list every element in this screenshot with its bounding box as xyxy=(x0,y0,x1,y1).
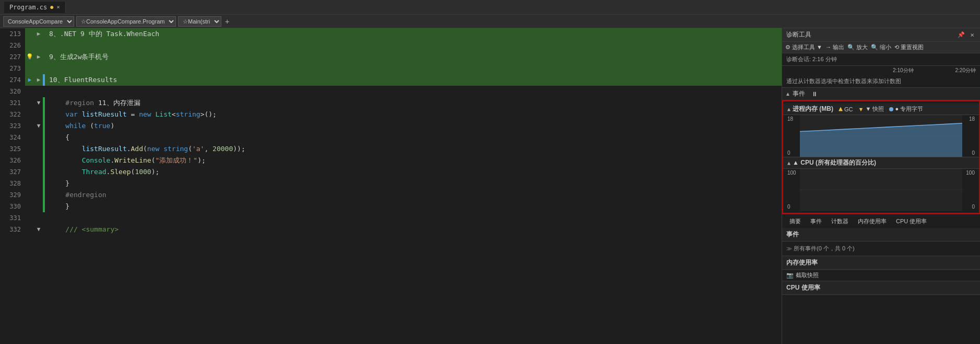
table-row: 226 xyxy=(0,40,782,51)
events-section-header[interactable]: ▲ 事件 ⏸ xyxy=(782,88,980,100)
collapse-arrow xyxy=(34,40,43,51)
collapse-arrow[interactable]: ▼ xyxy=(34,97,43,109)
tab-summary-label: 摘要 xyxy=(789,218,801,224)
code-text xyxy=(45,86,782,97)
memory-chart-container: ▲ 进程内存 (MB) GC ▼ ▼ 快照 ● 专用字节 xyxy=(782,100,980,214)
cpu-y-min-label: 0 xyxy=(787,204,800,210)
line-number: 326 xyxy=(0,155,25,166)
line-indicator xyxy=(25,212,34,224)
bottom-tabs: 摘要 事件 计数器 内存使用率 CPU 使用率 xyxy=(782,214,980,228)
cpu-y-axis-right: 100 0 xyxy=(962,169,975,211)
cpu-title: ▲ CPU (所有处理器的百分比) xyxy=(793,158,876,167)
table-row: 273 xyxy=(0,63,782,74)
line-number: 226 xyxy=(0,40,25,51)
tab-modified: ● xyxy=(50,4,53,10)
file-tab[interactable]: Program.cs ● × xyxy=(4,2,66,13)
code-text: 8、.NET 9 中的 Task.WhenEach xyxy=(45,28,782,40)
collapse-arrow[interactable]: ▶ xyxy=(34,74,43,86)
table-row: 332 ▼ /// <summary> xyxy=(0,224,782,235)
line-indicator xyxy=(25,132,34,143)
line-number: 322 xyxy=(0,109,25,120)
tab-counters-label: 计数器 xyxy=(831,218,848,224)
line-indicator: ▶ xyxy=(25,74,34,86)
code-text: while (true) xyxy=(45,120,782,132)
tab-memory-usage[interactable]: 内存使用率 xyxy=(854,216,891,228)
reset-view-button[interactable]: ⟲ 重置视图 xyxy=(894,43,924,51)
snapshot-label[interactable]: ▼ 快照 xyxy=(865,105,884,113)
memory-title: 进程内存 (MB) xyxy=(793,105,833,113)
line-indicator xyxy=(25,40,34,51)
collapse-arrow[interactable]: ▼ xyxy=(34,224,43,235)
output-button[interactable]: → 输出 xyxy=(825,43,844,51)
memory-usage-label: 内存使用率 xyxy=(786,258,818,267)
table-row: 321 ▼ #region 11、内存泄漏 xyxy=(0,97,782,109)
pause-button[interactable]: ⏸ xyxy=(811,90,818,98)
tab-cpu-usage-label: CPU 使用率 xyxy=(896,218,927,224)
settings-tool-button[interactable]: ⚙ 选择工具 ▼ xyxy=(785,43,822,51)
memory-legend: GC ▼ ▼ 快照 ● 专用字节 xyxy=(839,105,923,113)
main-area: 213 ▶ 8、.NET 9 中的 Task.WhenEach 226 227 … xyxy=(0,28,980,344)
snapshot-dropdown-icon: ▼ xyxy=(858,106,864,112)
memory-chart-area: 18 0 18 0 xyxy=(783,115,979,157)
hint-text: 通过从计数器选项中检查计数器来添加计数图 xyxy=(786,78,901,84)
line-indicator xyxy=(25,224,34,235)
code-text: #region 11、内存泄漏 xyxy=(45,97,782,109)
collapse-arrow[interactable]: ▶ xyxy=(34,28,43,40)
line-indicator xyxy=(25,178,34,189)
table-row: 323 ▼ while (true) xyxy=(0,120,782,132)
collapse-arrow xyxy=(34,63,43,74)
code-text xyxy=(45,63,782,74)
y-right-max-label: 18 xyxy=(962,116,975,122)
collapse-arrow xyxy=(34,189,43,201)
code-text: } xyxy=(45,178,782,189)
memory-section-header[interactable]: ▲ 进程内存 (MB) GC ▼ ▼ 快照 ● 专用字节 xyxy=(783,104,979,115)
code-editor[interactable]: 213 ▶ 8、.NET 9 中的 Task.WhenEach 226 227 … xyxy=(0,28,782,344)
cpu-section-header[interactable]: ▲ ▲ CPU (所有处理器的百分比) xyxy=(783,157,979,169)
diagnostics-toolbar: ⚙ 选择工具 ▼ → 输出 🔍 放大 🔍 缩小 ⟲ 重置视图 xyxy=(782,42,980,53)
y-right-min-label: 0 xyxy=(962,150,975,156)
svg-marker-2 xyxy=(800,123,962,157)
class-path-selector[interactable]: ☆ConsoleAppCompare.Program xyxy=(76,16,176,27)
tab-close-icon[interactable]: × xyxy=(56,4,60,10)
snapshot-btn-label[interactable]: 截取快照 xyxy=(796,271,819,279)
session-info: 诊断会话: 2:16 分钟 xyxy=(782,53,980,66)
take-snapshot-button[interactable]: 📷 截取快照 xyxy=(782,270,980,281)
line-number: 320 xyxy=(0,86,25,97)
table-row: 227 💡 ▶ 9、生成2w条手机号 xyxy=(0,51,782,63)
collapse-arrow xyxy=(34,178,43,189)
table-row: 320 xyxy=(0,86,782,97)
zoom-out-button[interactable]: 🔍 缩小 xyxy=(871,43,891,51)
pin-button[interactable]: 📌 xyxy=(956,31,966,39)
add-member-icon[interactable]: + xyxy=(223,17,231,26)
line-number: 273 xyxy=(0,63,25,74)
tab-cpu-usage[interactable]: CPU 使用率 xyxy=(892,216,931,228)
method-path-selector[interactable]: ☆Main(stri xyxy=(178,16,221,27)
snapshot-legend-item[interactable]: ▼ ▼ 快照 xyxy=(858,105,884,113)
cpu-chart-svg xyxy=(800,169,962,211)
event-count-text: ≫ 所有事件(0 个，共 0 个) xyxy=(786,244,976,254)
tab-summary[interactable]: 摘要 xyxy=(785,216,805,228)
tab-events[interactable]: 事件 xyxy=(806,216,826,228)
line-indicator xyxy=(25,201,34,212)
close-button[interactable]: × xyxy=(969,30,976,39)
code-text xyxy=(45,40,782,51)
zoom-in-button[interactable]: 🔍 放大 xyxy=(847,43,868,51)
table-row: 326 Console.WriteLine("添加成功！"); xyxy=(0,155,782,166)
session-label: 诊断会话: 2:16 分钟 xyxy=(786,56,837,62)
line-indicator xyxy=(25,189,34,201)
tab-counters[interactable]: 计数器 xyxy=(827,216,853,228)
collapse-arrow[interactable]: ▶ xyxy=(34,51,43,63)
collapse-arrow[interactable]: ▼ xyxy=(34,120,43,132)
events-label: 事件 xyxy=(793,89,805,98)
collapse-arrow xyxy=(34,201,43,212)
memory-collapse-icon: ▲ xyxy=(787,106,790,112)
code-lines: 213 ▶ 8、.NET 9 中的 Task.WhenEach 226 227 … xyxy=(0,28,782,344)
line-indicator xyxy=(25,28,34,40)
event-section-text: 事件 xyxy=(786,230,799,239)
event-list: ≫ 所有事件(0 个，共 0 个) xyxy=(782,242,980,256)
editor-toolbar: ConsoleAppCompare ☆ConsoleAppCompare.Pro… xyxy=(0,15,980,28)
events-collapse-icon: ▲ xyxy=(785,91,790,97)
table-row: 325 listRuesult.Add(new string('a', 2000… xyxy=(0,143,782,155)
collapse-arrow xyxy=(34,212,43,224)
file-path-selector[interactable]: ConsoleAppCompare xyxy=(3,16,74,27)
